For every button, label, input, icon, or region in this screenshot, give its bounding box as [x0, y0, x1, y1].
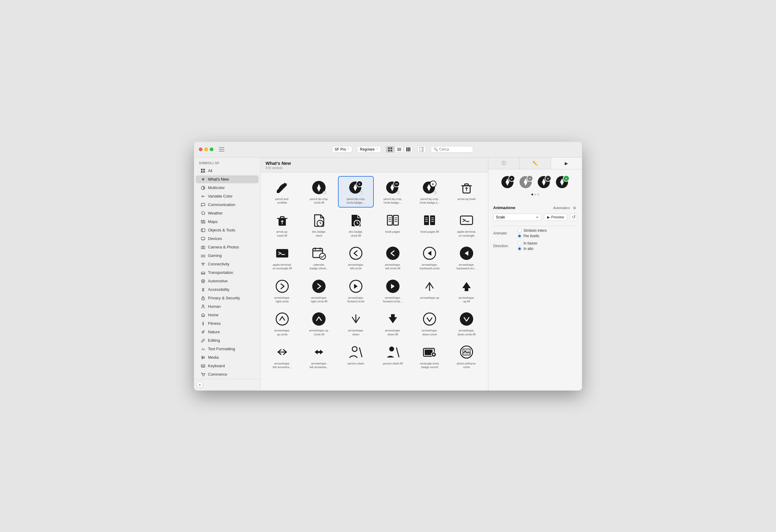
search-input[interactable]: [439, 147, 470, 152]
icon-label: arrowshape.left.circle: [348, 263, 364, 271]
sidebar-item-home[interactable]: Home: [196, 311, 258, 319]
icon-cell-pencil-tip-badge2[interactable]: ⓘ pencil.tip.crop.circle.badge....: [375, 176, 411, 208]
icon-wrapper: [348, 311, 364, 327]
icon-cell-pencil-tip-fill[interactable]: ⓘ pencil.tip.crop.circle.fill: [301, 176, 337, 208]
direction-choices: In basso In alto: [518, 241, 537, 251]
sidebar-item-transportation[interactable]: Transportation: [196, 269, 258, 277]
sidebar-item-accessibility[interactable]: Accessibility: [196, 286, 258, 294]
icon-cell-person-slash[interactable]: person.slash: [338, 340, 374, 372]
icon-cell-arrowshape-left-arrowshape2[interactable]: arrowshape.left.arrowsha...: [301, 340, 337, 372]
view-buttons: [386, 146, 413, 153]
icon-cell-arrowshape-down[interactable]: arrowshape.down: [338, 307, 374, 339]
close-button[interactable]: [199, 148, 202, 151]
sidebar-bottom: +: [194, 379, 260, 390]
sidebar-item-fitness[interactable]: Fitness: [196, 320, 258, 327]
sidebar-item-human[interactable]: Human: [196, 303, 258, 310]
minimize-button[interactable]: [204, 148, 208, 151]
icon-cell-arrowshape-right-circle-fill[interactable]: arrowshape.right.circle.fill: [301, 275, 337, 307]
icon-cell-pencil-scribble[interactable]: pencil.and.scribble: [264, 176, 300, 208]
maximize-button[interactable]: [210, 148, 213, 151]
weight-selector[interactable]: Regolare ⌃: [357, 146, 381, 153]
preview-button[interactable]: ▶ Preview: [544, 214, 567, 221]
icon-cell-calendar-badge[interactable]: calendar.badge.check...: [301, 242, 337, 274]
sidebar-item-maps[interactable]: Maps: [196, 218, 258, 226]
radio-per-livello[interactable]: Per livello: [518, 234, 547, 238]
list-view-button[interactable]: [395, 146, 403, 153]
sidebar-item-media[interactable]: Media: [196, 353, 258, 361]
sidebar-item-connectivity[interactable]: Connectivity: [196, 260, 258, 268]
sidebar-toggle-button[interactable]: [219, 147, 224, 152]
icon-label: arrowshape.right.circle: [274, 296, 290, 304]
sidebar-item-whats-new[interactable]: What's New: [196, 176, 258, 183]
icon-cell-arrowshape-up[interactable]: arrowshape.up: [412, 275, 448, 307]
icon-cell-arrowshape-down-fill[interactable]: arrowshape.down.fill: [375, 307, 411, 339]
icon-cell-arrowshape-left-arrowshape[interactable]: arrowshape.left.arrowsha...: [264, 340, 300, 372]
icon-cell-arrowshape-left-circle-fill[interactable]: arrowshape.left.circle.fill: [375, 242, 411, 274]
sidebar-item-nature[interactable]: Nature: [196, 328, 258, 336]
icon-cell-pencil-tip-badge[interactable]: + ⓘ pencil.tip.crop.circle.badge....: [338, 176, 374, 208]
icon-cell-arrowshape-right-circle[interactable]: arrowshape.right.circle: [264, 275, 300, 307]
search-box[interactable]: 🔍: [431, 146, 473, 153]
radio-simbolo-intero[interactable]: Simbolo intero: [518, 228, 547, 233]
sidebar-item-devices[interactable]: Devices: [196, 235, 258, 243]
grid-view-button[interactable]: [386, 146, 394, 153]
scale-select[interactable]: Scale: [493, 214, 541, 221]
icon-cell-person-slash-fill[interactable]: person.slash.fill: [375, 340, 411, 372]
copy-button[interactable]: ⧉: [572, 205, 577, 211]
multicolor-icon: [201, 186, 205, 190]
sidebar-label-text-formatting: Text Formatting: [208, 346, 235, 351]
icon-cell-apple-terminal[interactable]: apple.terminal.on.rectangle: [449, 209, 484, 241]
sidebar-item-commerce[interactable]: Commerce: [196, 370, 258, 378]
sidebar-item-objects-tools[interactable]: Objects & Tools: [196, 226, 258, 234]
icon-cell-arrowshape-down-circle-fill[interactable]: arrowshape.down.circle.fill: [449, 307, 484, 339]
icon-cell-arrowshape-up-circle[interactable]: arrowshape.up.circle: [264, 307, 300, 339]
sidebar-label-home: Home: [208, 313, 219, 317]
svg-point-111: [312, 280, 326, 293]
panel-tab-play[interactable]: ▶: [551, 158, 582, 169]
icon-cell-arrowshape-left-circle[interactable]: arrowshape.left.circle: [338, 242, 374, 274]
sidebar-item-communication[interactable]: Communication: [196, 201, 258, 209]
icon-cell-doc-badge-clock[interactable]: doc.badge.clock: [301, 209, 337, 241]
icon-cell-arrow-up-trash[interactable]: arrow.up.trash: [449, 176, 484, 208]
sidebar-item-keyboard[interactable]: Keyboard: [196, 362, 258, 370]
icon-cell-doc-badge-clock-fill[interactable]: doc.badge.clock.fill: [338, 209, 374, 241]
icon-cell-arrowshape-forward-circle[interactable]: arrowshape.forward.circle: [338, 275, 374, 307]
refresh-button[interactable]: ↺: [570, 214, 577, 221]
icon-cell-pencil-tip-badge-a[interactable]: a ⓘ pencil.tip.crop.circle.badge.a...: [412, 176, 448, 208]
svg-point-32: [202, 273, 202, 274]
icon-cell-arrowshape-up-fill[interactable]: arrowshape.up.fill: [449, 275, 484, 307]
icon-cell-book-pages[interactable]: book.pages: [375, 209, 411, 241]
icon-cell-photo-artframe-circle[interactable]: photo.artframe.circle: [449, 340, 484, 372]
icon-cell-arrowshape-forward-circle-fill[interactable]: arrowshape.forward.circle...: [375, 275, 411, 307]
panel-toggle-button[interactable]: [417, 146, 426, 153]
sidebar-item-variable-color[interactable]: Variable Color: [196, 192, 258, 200]
icon-cell-arrowshape-backward-circle-fill[interactable]: arrowshape.backward.circ...: [449, 242, 484, 274]
sidebar-item-weather[interactable]: Weather: [196, 209, 258, 217]
font-chevron-icon: ⌃: [347, 148, 350, 151]
svg-point-121: [460, 312, 473, 326]
sidebar-item-editing[interactable]: Editing: [196, 337, 258, 344]
add-category-button[interactable]: +: [196, 381, 203, 388]
sidebar-item-privacy-security[interactable]: Privacy & Security: [196, 294, 258, 302]
icon-wrapper: [274, 278, 290, 294]
sidebar-item-all[interactable]: All: [196, 167, 258, 175]
sidebar-label-accessibility: Accessibility: [208, 287, 229, 292]
sidebar-item-multicolor[interactable]: Multicolor: [196, 184, 258, 192]
font-selector[interactable]: SF Pro ⌃: [332, 146, 352, 153]
sidebar-item-camera-photos[interactable]: Camera & Photos: [196, 243, 258, 251]
icon-cell-rectangle-inset-badge[interactable]: rectangle.inset.badge.record: [412, 340, 448, 372]
panel-tab-template[interactable]: ✏️: [520, 158, 551, 169]
gallery-view-button[interactable]: [404, 146, 413, 153]
sidebar-item-text-formatting[interactable]: Aa Text Formatting: [196, 345, 258, 353]
icon-cell-arrowshape-backward-circle[interactable]: arrowshape.backward.circle: [412, 242, 448, 274]
icon-cell-apple-terminal-fill[interactable]: apple.terminal.on.rectangle.fill: [264, 242, 300, 274]
radio-in-alto[interactable]: In alto: [518, 247, 537, 251]
icon-cell-arrow-up-trash-fill[interactable]: arrow.up.trash.fill: [264, 209, 300, 241]
icon-cell-arrowshape-up-circle-fill[interactable]: arrowshape.up.circle.fill: [301, 307, 337, 339]
panel-tab-info[interactable]: ⓘ: [488, 158, 520, 169]
radio-in-basso[interactable]: In basso: [518, 241, 537, 245]
sidebar-item-gaming[interactable]: Gaming: [196, 252, 258, 260]
sidebar-item-automotive[interactable]: Automotive: [196, 277, 258, 285]
icon-cell-book-pages-fill[interactable]: book.pages.fill: [412, 209, 448, 241]
icon-cell-arrowshape-down-circle[interactable]: arrowshape.down.circle: [412, 307, 448, 339]
